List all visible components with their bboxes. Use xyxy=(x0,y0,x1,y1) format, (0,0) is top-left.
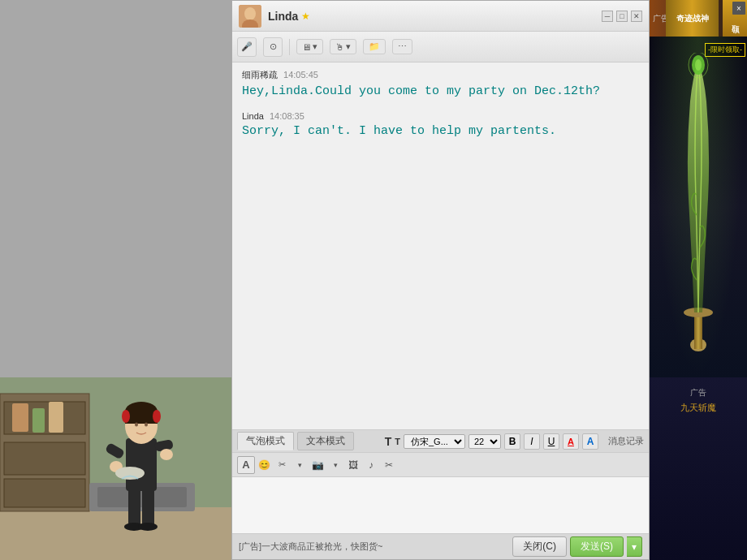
sender-name-2: Linda xyxy=(242,111,264,121)
dropdown-arrow-2: ▾ xyxy=(346,41,351,52)
messages-area: 细雨稀疏 14:05:45 Hey,Linda.Could you come t… xyxy=(232,62,649,429)
title-bar: Linda ★ ─ □ ✕ xyxy=(232,1,649,32)
transfer-icon: 📁 xyxy=(369,41,380,52)
message-block-2: Linda 14:08:35 Sorry, I can't. I have to… xyxy=(242,111,639,141)
svg-rect-8 xyxy=(49,402,63,433)
send-dropdown-button[interactable]: ▾ xyxy=(627,536,642,557)
action-buttons: 关闭(C) 发送(S) ▾ xyxy=(512,536,642,557)
close-chat-button[interactable]: 关闭(C) xyxy=(512,536,567,557)
svg-point-20 xyxy=(135,423,138,427)
svg-point-18 xyxy=(122,410,130,423)
close-window-button[interactable]: ✕ xyxy=(631,11,642,22)
screen-share-button[interactable]: 🖥 ▾ xyxy=(296,39,323,54)
avatar xyxy=(239,5,261,28)
svg-point-30 xyxy=(138,523,158,531)
bold-button[interactable]: B xyxy=(504,433,520,450)
sender-1: 细雨稀疏 14:05:45 xyxy=(242,69,639,81)
webcam-area xyxy=(0,0,231,560)
video-button[interactable]: ⊙ xyxy=(263,37,283,57)
scissors-button[interactable]: ✂ xyxy=(273,456,291,474)
screenshot2-dropdown[interactable]: ▾ xyxy=(326,456,344,474)
screen-icon: 🖥 xyxy=(302,42,311,52)
music-button[interactable]: ♪ xyxy=(362,456,380,474)
remote-control-button[interactable]: 🖱 ▾ xyxy=(330,39,356,54)
ad-panel: 广告 奇迹战神 领取 × -限时领取- xyxy=(650,0,747,560)
separator-1 xyxy=(289,39,290,55)
font-color-button[interactable]: A xyxy=(563,433,579,450)
svg-rect-1 xyxy=(0,507,231,560)
tab-text-mode[interactable]: 文本模式 xyxy=(297,432,354,450)
font-name-select[interactable]: 仿宋_G... xyxy=(404,434,465,449)
image-button[interactable]: 🖼 xyxy=(344,456,362,474)
emoji-button[interactable]: 😊 xyxy=(255,456,273,474)
svg-point-19 xyxy=(153,410,161,423)
ad-bottom-label: 广告 xyxy=(653,387,744,398)
star-icon: ★ xyxy=(301,11,310,22)
message-input[interactable] xyxy=(232,477,649,533)
screenshot-dropdown[interactable]: ▾ xyxy=(291,456,309,474)
sender-time-2: 14:08:35 xyxy=(270,111,304,121)
svg-point-26 xyxy=(115,467,145,480)
sender-time-1: 14:05:45 xyxy=(283,70,318,80)
history-button[interactable]: 消息记录 xyxy=(608,435,644,447)
svg-rect-28 xyxy=(142,489,154,526)
webcam-photo xyxy=(0,377,231,560)
ad-image-area[interactable]: -限时领取- xyxy=(650,37,747,377)
more-tools-button[interactable]: ✂ xyxy=(380,456,398,474)
more-icon: ⋯ xyxy=(398,41,407,52)
window-controls: ─ □ ✕ xyxy=(602,11,642,22)
ad-top-banner: 广告 奇迹战神 领取 × xyxy=(650,0,747,37)
font-style-button[interactable]: A xyxy=(237,456,255,474)
maximize-button[interactable]: □ xyxy=(616,11,628,22)
input-area: 气泡模式 文本模式 T T 仿宋_G... 22 B I U A A 消息记录 xyxy=(232,429,649,559)
more-button[interactable]: ⋯ xyxy=(392,39,412,54)
svg-point-32 xyxy=(244,7,256,20)
font-color2-button[interactable]: A xyxy=(582,433,598,450)
svg-rect-7 xyxy=(32,408,45,433)
chat-toolbar: 🎤 ⊙ 🖥 ▾ 🖱 ▾ 📁 ⋯ xyxy=(232,32,649,62)
message-block-1: 细雨稀疏 14:05:45 Hey,Linda.Could you come t… xyxy=(242,69,639,101)
svg-rect-17 xyxy=(125,411,158,424)
underline-button[interactable]: U xyxy=(543,433,559,450)
transfer-button[interactable]: 📁 xyxy=(363,39,386,54)
svg-point-21 xyxy=(145,423,148,427)
sender-name-1: 细雨稀疏 xyxy=(242,70,278,80)
color-a-label: A xyxy=(568,437,574,446)
webcam-top xyxy=(0,0,231,377)
message-text-2: Sorry, I can't. I have to help my parten… xyxy=(242,123,639,141)
control-icon: 🖱 xyxy=(335,42,344,52)
ad-game-name: 九天斩魔 xyxy=(653,402,744,414)
input-tabs: 气泡模式 文本模式 T T 仿宋_G... 22 B I U A A 消息记录 xyxy=(232,430,649,453)
svg-rect-4 xyxy=(4,442,85,475)
svg-rect-6 xyxy=(12,403,28,432)
mic-button[interactable]: 🎤 xyxy=(237,37,257,57)
svg-rect-5 xyxy=(4,479,85,507)
ad-bottom-text: [广告]一大波商品正被抢光，快图货~ xyxy=(239,541,383,553)
minimize-button[interactable]: ─ xyxy=(602,11,613,22)
svg-rect-27 xyxy=(128,489,140,526)
input-bottom-bar: [广告]一大波商品正被抢光，快图货~ 关闭(C) 发送(S) ▾ xyxy=(232,533,649,559)
italic-button[interactable]: I xyxy=(524,433,540,450)
font-T-large[interactable]: T xyxy=(385,435,392,448)
send-button[interactable]: 发送(S) xyxy=(570,536,624,557)
message-text-1: Hey,Linda.Could you come to my party on … xyxy=(242,83,639,101)
input-toolbar-row: A 😊 ✂ ▾ 📷 ▾ 🖼 ♪ ✂ xyxy=(232,453,649,477)
ad-close-button[interactable]: × xyxy=(732,2,745,15)
contact-name: Linda xyxy=(268,10,298,23)
webcam-photo-inner xyxy=(0,377,231,560)
svg-point-25 xyxy=(160,449,173,460)
dropdown-arrow-1: ▾ xyxy=(313,41,317,52)
ad-bottom-panel: 广告 九天斩魔 xyxy=(650,377,747,560)
sender-2: Linda 14:08:35 xyxy=(242,111,639,121)
chat-window: Linda ★ ─ □ ✕ 🎤 ⊙ 🖥 ▾ 🖱 ▾ 📁 ⋯ xyxy=(231,0,650,560)
font-T-small[interactable]: T xyxy=(395,437,400,446)
tab-bubble-mode[interactable]: 气泡模式 xyxy=(237,432,294,450)
font-size-select[interactable]: 22 xyxy=(468,434,501,449)
screen-capture-button[interactable]: 📷 xyxy=(309,456,326,474)
svg-rect-14 xyxy=(126,438,157,491)
